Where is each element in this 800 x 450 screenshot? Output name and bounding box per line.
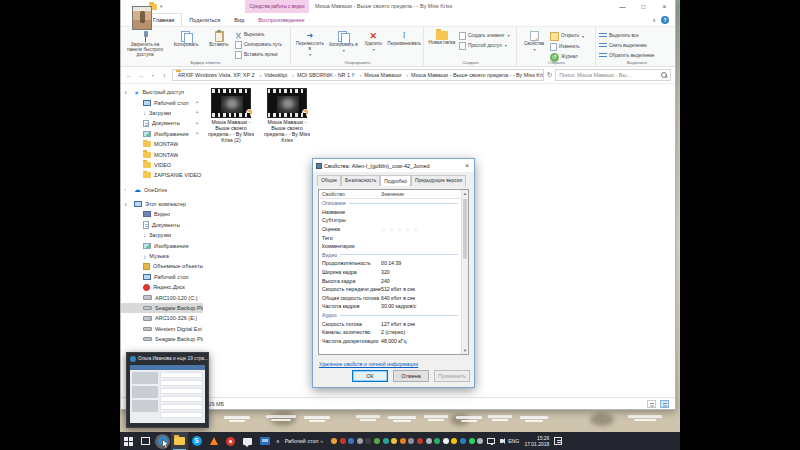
sidebar-item-seagate-dr[interactable]: Seagate Backup Plus Dr [121, 334, 203, 344]
tab-general[interactable]: Общие [317, 175, 341, 186]
sidebar-item-documents[interactable]: Документы [121, 220, 203, 230]
taskbar-clock[interactable]: 15:2617.01.2018 [524, 435, 549, 447]
desktop-toolbar[interactable]: Рабочий стол» [283, 438, 325, 444]
sidebar-item-documents[interactable]: Документы✦ [121, 118, 203, 128]
skype-taskbar-button[interactable]: S [188, 432, 205, 450]
start-button[interactable] [120, 432, 137, 450]
property-row[interactable]: Ширина кадра320 [319, 268, 468, 277]
property-row[interactable]: Продолжительность00:14:39 [319, 259, 468, 268]
recorder-taskbar-button[interactable] [222, 432, 239, 450]
task-view-button[interactable] [137, 432, 154, 450]
vlc-taskbar-button[interactable] [205, 432, 222, 450]
network-icon[interactable] [487, 438, 495, 444]
hidden-icons-chevron[interactable]: ∧ [273, 438, 283, 444]
search-input[interactable]: Поиск: Миша Маваши - Вы... [555, 69, 671, 81]
sidebar-item-montaw[interactable]: MONTAW [121, 149, 203, 159]
tray-icon[interactable] [451, 438, 457, 444]
sidebar-item-zapisanie[interactable]: ZAPISANIE VIDEO - D [121, 170, 203, 180]
pin-quick-access-button[interactable]: Закрепить на панели быстрого доступа [123, 29, 167, 58]
browser-taskbar-button[interactable] [154, 432, 171, 450]
easy-access-button[interactable]: Простой доступ [459, 42, 510, 50]
tray-icon[interactable] [383, 438, 389, 444]
breadcrumb-item[interactable]: Миша Маваши [356, 72, 401, 78]
tab-play[interactable]: Воспроизведение [251, 13, 311, 26]
scroll-down-icon[interactable]: ▼ [462, 347, 468, 354]
file-explorer-taskbar-button[interactable] [171, 432, 188, 450]
tray-icon[interactable] [426, 438, 432, 444]
tray-icon[interactable] [460, 438, 466, 444]
property-row[interactable]: Каналы, количество2 (стерео) [319, 328, 468, 337]
ok-button[interactable]: ОК [352, 370, 388, 382]
sidebar-item-pictures[interactable]: Изображения [121, 240, 203, 250]
tray-icon[interactable] [408, 438, 414, 444]
tray-icon[interactable] [434, 438, 440, 444]
scroll-up-icon[interactable]: ▲ [462, 190, 468, 197]
tray-icon[interactable] [400, 438, 406, 444]
sidebar-item-seagate[interactable]: Seagate Backup Plus D [121, 303, 203, 313]
tray-icon[interactable] [348, 438, 354, 444]
paste-shortcut-button[interactable]: Вставить ярлык [235, 51, 282, 59]
sidebar-item-montaw[interactable]: MONTAW [121, 139, 203, 149]
tray-icon[interactable] [443, 438, 449, 444]
action-center-icon[interactable] [554, 437, 562, 445]
up-button[interactable]: ↑ [160, 72, 169, 79]
breadcrumb[interactable]: ARXIF Windows Vista, XP, XP 2 Videoklipi… [172, 69, 544, 81]
property-row[interactable]: Частота дискретизации48.000 кГц [319, 337, 468, 346]
tray-icon[interactable] [331, 438, 337, 444]
forward-button[interactable]: → [137, 72, 146, 79]
tray-icon[interactable] [477, 438, 483, 444]
tray-icon[interactable] [391, 438, 397, 444]
properties-button[interactable]: Свойства [520, 29, 548, 58]
cut-button[interactable]: Вырезать [235, 32, 282, 39]
breadcrumb-item[interactable]: Миша Маваши - Выше своего предела.- - By… [403, 72, 543, 78]
invert-selection-button[interactable]: Обратить выделение [599, 52, 654, 60]
move-to-button[interactable]: ➜ Переместить в [294, 29, 326, 58]
property-row[interactable]: Частота кадров30.00 кадров/с [319, 302, 468, 311]
scrollbar-thumb[interactable] [463, 199, 467, 259]
sidebar-item-video-folder[interactable]: VIDEO [121, 160, 203, 170]
sidebar-item-desktop[interactable]: Рабочий стол✦ [121, 97, 203, 107]
breadcrumb-item[interactable]: ARXIF Windows Vista, XP, XP 2 [178, 72, 255, 78]
back-button[interactable]: ← [125, 72, 134, 79]
refresh-icon[interactable]: ↻ [547, 71, 552, 79]
qat-dropdown-icon[interactable]: ▾ [160, 4, 162, 9]
sidebar-item-drive-e[interactable]: ARC100-326 (E:) [121, 313, 203, 323]
select-all-button[interactable]: Выделить все [599, 32, 654, 40]
property-row[interactable]: Скорость передачи данных512 кбит в сек [319, 285, 468, 294]
file-item[interactable]: ▶ Миша Маваши - Выше своего предела.- - … [205, 88, 257, 144]
tray-icon[interactable] [365, 438, 371, 444]
sidebar-item-drive-c[interactable]: ARC100-120 (C:) [121, 292, 203, 302]
close-button[interactable]: × [654, 0, 675, 13]
property-row[interactable]: Теги [319, 233, 468, 242]
property-row-rating[interactable]: Оценка☆ ☆ ☆ ☆ ☆ [319, 225, 468, 234]
sidebar-item-desktop[interactable]: Рабочий стол [121, 272, 203, 282]
sidebar-item-downloads[interactable]: ↓Загрузки [121, 230, 203, 240]
tray-icon[interactable] [357, 438, 363, 444]
property-row[interactable]: Высота кадра240 [319, 276, 468, 285]
volume-icon[interactable] [500, 439, 503, 443]
new-folder-button[interactable]: Новая папка [427, 29, 457, 58]
maximize-button[interactable]: □ [633, 0, 654, 13]
sidebar-item-wd[interactable]: Western Digital Ext HD [121, 324, 203, 334]
tab-view[interactable]: Вид [227, 13, 251, 26]
property-row[interactable]: Скорость потока127 кбит в сек [319, 319, 468, 328]
remove-properties-link[interactable]: Удаление свойств и личной информации [319, 361, 418, 367]
tab-previous-versions[interactable]: Предыдущие версии [411, 175, 466, 186]
tab-share[interactable]: Поделиться [182, 13, 227, 26]
property-row[interactable]: Субтитры [319, 216, 468, 225]
edit-button[interactable]: Изменить [550, 43, 584, 51]
tray-icon[interactable] [417, 438, 423, 444]
sidebar-item-3d-objects[interactable]: Объемные объекты [121, 261, 203, 271]
tray-icon[interactable] [469, 438, 475, 444]
copy-path-button[interactable]: Скопировать путь [235, 41, 282, 49]
sidebar-this-pc[interactable]: ∨Этот компьютер [121, 199, 203, 209]
property-row[interactable]: Общая скорость потока640 кбит в сек [319, 294, 468, 303]
breadcrumb-item[interactable]: MOI SBORNIK - NR 1 !! [289, 72, 354, 78]
tray-icon[interactable] [340, 438, 346, 444]
sidebar-onedrive[interactable]: ›☁OneDrive [121, 185, 203, 195]
open-button[interactable]: Открыть [550, 32, 584, 41]
delete-button[interactable]: ✕ Удалить [361, 29, 385, 58]
help-icon[interactable]: ? [661, 16, 669, 24]
copy-to-button[interactable]: Копировать в [328, 29, 360, 58]
details-view-button[interactable] [647, 400, 656, 408]
